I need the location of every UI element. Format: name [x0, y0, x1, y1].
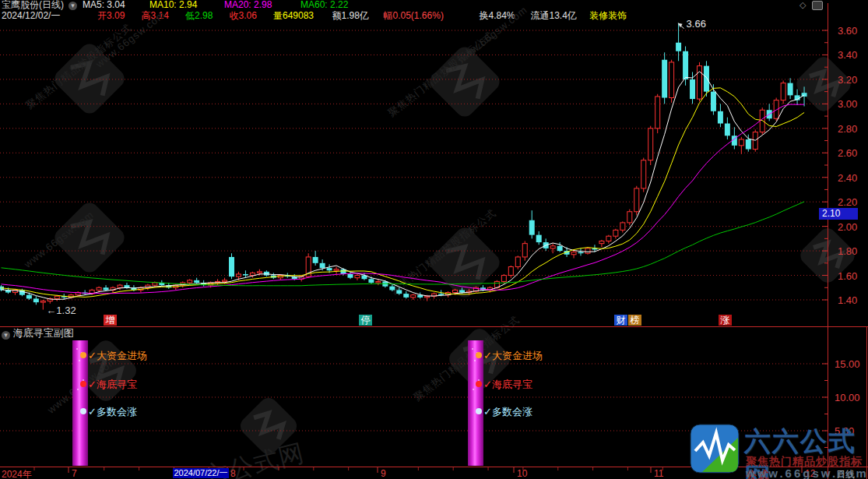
price-axis-label: 1.40	[838, 294, 857, 306]
signal-label: ✓大资金进场	[483, 349, 543, 363]
year-label: 2024年	[2, 468, 32, 479]
low-price-annotation: ←1.32	[46, 305, 76, 316]
price-axis-label: 3.60	[838, 25, 857, 37]
price-axis-label: 2.80	[838, 123, 857, 135]
info-field: 低2.98	[185, 10, 213, 21]
signal-label: ✓多数会涨	[483, 405, 532, 419]
site-logo-icon	[690, 424, 740, 474]
signal-label: ✓多数会涨	[88, 405, 137, 419]
month-label: 9	[381, 468, 386, 479]
header-title-row: 宝鹰股份(日线) ▾ MA5: 3.04 MA10: 2.94 MA20: 2.…	[0, 0, 868, 10]
header-info-row: 2024/12/02/一开3.09高3.14低2.98收3.06量649083额…	[0, 10, 868, 21]
price-axis-label: 3.40	[838, 49, 857, 61]
signal-label: ✓海底寻宝	[88, 378, 137, 392]
subpanel-collapse-icon[interactable]: ▾	[2, 331, 10, 340]
diamond-icon[interactable]: ◇	[799, 0, 810, 9]
price-axis-label: 2.20	[838, 196, 857, 208]
event-badge[interactable]: 财	[614, 315, 627, 326]
info-field: 收3.06	[230, 10, 257, 21]
price-axis-label: 1.60	[838, 270, 857, 282]
price-axis-label: 1.80	[838, 245, 857, 257]
month-label: 10	[517, 468, 527, 479]
subpanel-header: ▾ 海底寻宝副图	[2, 328, 74, 339]
ma5-legend: MA5: 3.04	[83, 0, 125, 10]
ma10-legend: MA10: 2.94	[149, 0, 197, 10]
info-field: 2024/12/02/一	[2, 10, 60, 21]
subpanel-axis-label: 15.00	[835, 358, 860, 370]
price-axis-label: 2.40	[838, 172, 857, 184]
subpanel-axis-label: 10.00	[835, 392, 860, 403]
event-badge[interactable]: 停	[359, 315, 372, 326]
subpanel-title[interactable]: 海底寻宝副图	[13, 327, 74, 339]
event-badge[interactable]: 增	[104, 315, 117, 326]
event-badge[interactable]: 涨	[719, 315, 732, 326]
info-field: 额1.98亿	[332, 10, 369, 21]
page-icon[interactable]	[812, 1, 823, 10]
event-badge[interactable]: 榜	[628, 315, 641, 326]
stock-title: 宝鹰股份(日线)	[2, 0, 64, 10]
site-logo-url: www.66gsw.com	[746, 467, 868, 479]
site-logo: 六六公式网 聚焦热门精品炒股指标公式 www.66gsw.com	[690, 422, 868, 479]
price-axis-label: 2.60	[838, 147, 857, 159]
info-field: 幅0.05(1.66%)	[384, 10, 444, 21]
signal-label: ✓大资金进场	[88, 349, 147, 363]
info-field: 开3.09	[97, 10, 125, 21]
selected-date-box: 2024/07/22/一	[173, 468, 229, 478]
info-field: 量649083	[273, 10, 314, 21]
high-price-annotation: 3.66	[687, 18, 706, 30]
info-field: 流通13.4亿	[531, 10, 577, 21]
month-label: 11	[654, 468, 663, 479]
month-label: 8	[230, 468, 236, 479]
stock-chart-window: 聚焦热门精品炒股指标公式www.66gsw.com聚焦热门精品炒股指标公式www…	[0, 0, 868, 479]
price-axis-label: 3.20	[838, 74, 857, 86]
price-axis-label: 3.00	[838, 98, 857, 110]
month-label: 7	[72, 468, 77, 479]
signal-label: ✓海底寻宝	[483, 378, 532, 392]
ma60-legend: MA60: 2.22	[300, 0, 348, 10]
ma20-legend: MA20: 2.98	[224, 0, 272, 10]
price-level-badge: 2.10	[819, 208, 858, 220]
info-field: 装修装饰	[589, 10, 627, 21]
price-axis-label: 2.00	[838, 221, 857, 233]
